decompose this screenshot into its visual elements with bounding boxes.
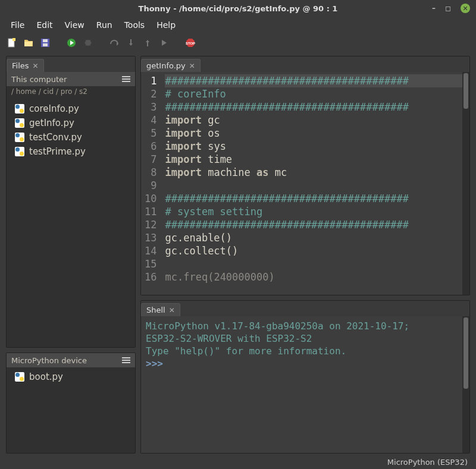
- right-column: getInfo.py ✕ 12345678910111213141516 ###…: [140, 56, 470, 454]
- tab-files-label: Files: [12, 61, 29, 70]
- editor-code[interactable]: ########################################…: [162, 72, 469, 295]
- svg-marker-13: [129, 43, 133, 46]
- tab-editor-label: getInfo.py: [146, 61, 186, 70]
- stop-icon[interactable]: STOP: [184, 37, 196, 49]
- python-file-icon: [15, 133, 24, 142]
- titlebar: Thonny - /home/cid/pro/s2/getInfo.py @ 9…: [0, 0, 476, 17]
- tab-files[interactable]: Files ✕: [7, 59, 44, 72]
- step-over-icon[interactable]: [108, 37, 120, 49]
- step-into-icon[interactable]: [125, 37, 137, 49]
- python-file-icon: [15, 147, 24, 156]
- app-window: Thonny - /home/cid/pro/s2/getInfo.py @ 9…: [0, 0, 476, 469]
- run-icon[interactable]: [65, 37, 77, 49]
- minimize-icon[interactable]: –: [432, 4, 436, 12]
- file-name: coreInfo.py: [29, 103, 79, 114]
- file-item[interactable]: boot.py: [7, 370, 135, 384]
- menu-view[interactable]: View: [60, 18, 89, 32]
- svg-marker-16: [162, 40, 167, 46]
- file-name: testPrime.py: [29, 146, 86, 157]
- scroll-thumb[interactable]: [464, 73, 468, 109]
- hamburger-icon[interactable]: [122, 360, 130, 361]
- svg-text:STOP: STOP: [186, 42, 195, 45]
- close-icon[interactable]: ✕: [169, 306, 175, 314]
- python-file-icon: [15, 104, 24, 114]
- new-file-icon[interactable]: [6, 37, 18, 49]
- svg-marker-15: [146, 40, 149, 42]
- files-header-label: This computer: [11, 75, 67, 84]
- main-content: Files ✕ This computer / home / cid / pro…: [0, 52, 476, 455]
- tab-shell[interactable]: Shell ✕: [141, 303, 180, 316]
- close-icon[interactable]: ✕: [189, 62, 195, 70]
- menubar: File Edit View Run Tools Help: [0, 17, 476, 33]
- menu-tools[interactable]: Tools: [120, 18, 150, 32]
- window-title: Thonny - /home/cid/pro/s2/getInfo.py @ 9…: [139, 4, 338, 13]
- svg-rect-4: [43, 43, 48, 46]
- scroll-thumb[interactable]: [464, 317, 468, 389]
- close-icon[interactable]: ✕: [461, 4, 470, 13]
- mpy-header-label: MicroPython device: [11, 356, 87, 365]
- debug-icon[interactable]: [82, 37, 94, 49]
- editor-body[interactable]: 12345678910111213141516 ################…: [141, 72, 469, 295]
- shell-panel: Shell ✕ MicroPython v1.17-84-gba940250a …: [140, 300, 470, 454]
- file-item[interactable]: getInfo.py: [7, 116, 135, 130]
- editor-tab-row: getInfo.py ✕: [141, 56, 469, 72]
- python-file-icon: [15, 118, 24, 128]
- mpy-panel-header[interactable]: MicroPython device: [7, 353, 135, 367]
- files-panel-header[interactable]: This computer: [7, 72, 135, 86]
- resume-icon[interactable]: [158, 37, 170, 49]
- file-name: testConv.py: [29, 132, 82, 143]
- shell-output: MicroPython v1.17-84-gba940250a on 2021-…: [146, 320, 465, 370]
- menu-help[interactable]: Help: [152, 18, 180, 32]
- file-name: boot.py: [29, 372, 63, 382]
- editor-panel: getInfo.py ✕ 12345678910111213141516 ###…: [140, 56, 470, 295]
- svg-rect-1: [12, 38, 15, 41]
- menu-file[interactable]: File: [6, 18, 29, 32]
- shell-tab-row: Shell ✕: [141, 301, 469, 316]
- file-item[interactable]: testConv.py: [7, 130, 135, 144]
- breadcrumb[interactable]: / home / cid / pro / s2: [7, 86, 135, 99]
- python-file-icon: [15, 372, 24, 382]
- tab-editor[interactable]: getInfo.py ✕: [141, 59, 201, 72]
- menu-run[interactable]: Run: [92, 18, 117, 32]
- file-item[interactable]: coreInfo.py: [7, 102, 135, 116]
- micropython-device-panel: MicroPython device boot.py: [6, 352, 136, 454]
- files-panel: Files ✕ This computer / home / cid / pro…: [6, 56, 136, 348]
- menu-edit[interactable]: Edit: [32, 18, 57, 32]
- status-bar: MicroPython (ESP32): [0, 455, 476, 469]
- shell-body[interactable]: MicroPython v1.17-84-gba940250a on 2021-…: [141, 316, 469, 453]
- maximize-icon[interactable]: ◻: [445, 4, 451, 12]
- editor-gutter: 12345678910111213141516: [141, 72, 162, 295]
- shell-scrollbar[interactable]: [462, 316, 469, 453]
- file-item[interactable]: testPrime.py: [7, 144, 135, 159]
- save-file-icon[interactable]: [39, 37, 51, 49]
- close-icon[interactable]: ✕: [33, 62, 39, 70]
- files-tab-row: Files ✕: [7, 56, 135, 72]
- interpreter-label[interactable]: MicroPython (ESP32): [387, 458, 468, 467]
- toolbar: STOP: [0, 33, 476, 52]
- tab-shell-label: Shell: [146, 306, 165, 314]
- svg-rect-3: [43, 39, 48, 42]
- hamburger-icon[interactable]: [122, 78, 130, 80]
- left-column: Files ✕ This computer / home / cid / pro…: [6, 56, 136, 454]
- shell-prompt[interactable]: >>>: [146, 357, 465, 370]
- file-name: getInfo.py: [29, 118, 74, 128]
- files-list: coreInfo.pygetInfo.pytestConv.pytestPrim…: [7, 99, 135, 347]
- mpy-file-list: boot.py: [7, 367, 135, 453]
- editor-scrollbar[interactable]: [462, 72, 469, 295]
- step-out-icon[interactable]: [142, 37, 154, 49]
- window-controls: – ◻ ✕: [432, 0, 470, 17]
- open-file-icon[interactable]: [23, 37, 35, 49]
